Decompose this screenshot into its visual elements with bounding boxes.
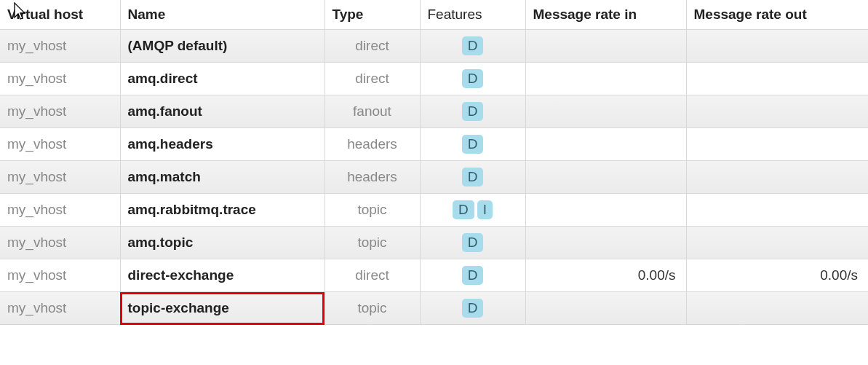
table-row: my_vhost(AMQP default)directD (0, 30, 868, 63)
cell-features: D (420, 30, 525, 63)
cell-rate-in (525, 292, 686, 325)
table-row: my_vhostamq.fanoutfanoutD (0, 95, 868, 128)
cell-name[interactable]: topic-exchange (120, 292, 324, 325)
cell-vhost: my_vhost (0, 227, 120, 259)
cell-type: topic (324, 292, 420, 325)
table-row: my_vhostamq.headersheadersD (0, 128, 868, 161)
cell-name[interactable]: amq.headers (120, 128, 324, 161)
cell-type: direct (324, 259, 420, 292)
cell-features: D (420, 63, 525, 95)
feature-badge[interactable]: D (462, 69, 484, 88)
cell-vhost: my_vhost (0, 292, 120, 325)
table-row: my_vhostamq.topictopicD (0, 227, 868, 259)
table-header-row: Virtual host Name Type Features Message … (0, 0, 868, 30)
cell-vhost: my_vhost (0, 161, 120, 194)
cell-features: D (420, 95, 525, 128)
cell-name[interactable]: amq.fanout (120, 95, 324, 128)
cell-rate-in (525, 194, 686, 227)
col-header-name[interactable]: Name (120, 0, 324, 30)
feature-badge[interactable]: D (462, 168, 484, 187)
feature-badge[interactable]: D (462, 233, 484, 252)
cell-rate-out (686, 161, 868, 194)
cell-features: DI (420, 194, 525, 227)
cell-rate-out (686, 63, 868, 95)
table-row: my_vhostamq.matchheadersD (0, 161, 868, 194)
cell-rate-out (686, 95, 868, 128)
table-row: my_vhostdirect-exchangedirectD0.00/s0.00… (0, 259, 868, 292)
col-header-rate-in[interactable]: Message rate in (525, 0, 686, 30)
col-header-rate-out[interactable]: Message rate out (686, 0, 868, 30)
cell-rate-out (686, 292, 868, 325)
cell-vhost: my_vhost (0, 194, 120, 227)
cell-rate-out (686, 128, 868, 161)
cell-name[interactable]: (AMQP default) (120, 30, 324, 63)
cell-vhost: my_vhost (0, 30, 120, 63)
cell-features: D (420, 161, 525, 194)
cell-name[interactable]: amq.match (120, 161, 324, 194)
cell-rate-in (525, 95, 686, 128)
cell-type: fanout (324, 95, 420, 128)
cell-vhost: my_vhost (0, 95, 120, 128)
cell-features: D (420, 292, 525, 325)
table-row: my_vhostamq.rabbitmq.tracetopicDI (0, 194, 868, 227)
feature-badge[interactable]: D (462, 102, 484, 121)
cell-type: direct (324, 30, 420, 63)
cell-rate-in (525, 128, 686, 161)
cell-rate-in (525, 161, 686, 194)
cell-rate-in (525, 30, 686, 63)
cell-vhost: my_vhost (0, 259, 120, 292)
cell-type: direct (324, 63, 420, 95)
cell-type: topic (324, 194, 420, 227)
cell-rate-out: 0.00/s (686, 259, 868, 292)
cell-vhost: my_vhost (0, 63, 120, 95)
feature-badge[interactable]: I (477, 200, 493, 219)
cell-name[interactable]: amq.direct (120, 63, 324, 95)
feature-badge[interactable]: D (462, 135, 484, 154)
cell-vhost: my_vhost (0, 128, 120, 161)
cell-name[interactable]: amq.topic (120, 227, 324, 259)
feature-badge[interactable]: D (462, 36, 484, 55)
cell-features: D (420, 128, 525, 161)
col-header-vhost[interactable]: Virtual host (0, 0, 120, 30)
feature-badge[interactable]: D (462, 299, 484, 318)
table-row: my_vhosttopic-exchangetopicD (0, 292, 868, 325)
cell-name[interactable]: amq.rabbitmq.trace (120, 194, 324, 227)
cell-rate-out (686, 227, 868, 259)
cell-features: D (420, 227, 525, 259)
cell-type: headers (324, 128, 420, 161)
cell-features: D (420, 259, 525, 292)
exchanges-table: Virtual host Name Type Features Message … (0, 0, 868, 325)
table-row: my_vhostamq.directdirectD (0, 63, 868, 95)
cell-rate-out (686, 30, 868, 63)
cell-rate-in (525, 227, 686, 259)
col-header-type[interactable]: Type (324, 0, 420, 30)
cell-rate-in: 0.00/s (525, 259, 686, 292)
feature-badge[interactable]: D (462, 266, 484, 285)
cell-type: topic (324, 227, 420, 259)
col-header-features[interactable]: Features (420, 0, 525, 30)
feature-badge[interactable]: D (453, 200, 474, 219)
cell-rate-out (686, 194, 868, 227)
cell-rate-in (525, 63, 686, 95)
cell-name[interactable]: direct-exchange (120, 259, 324, 292)
cell-type: headers (324, 161, 420, 194)
